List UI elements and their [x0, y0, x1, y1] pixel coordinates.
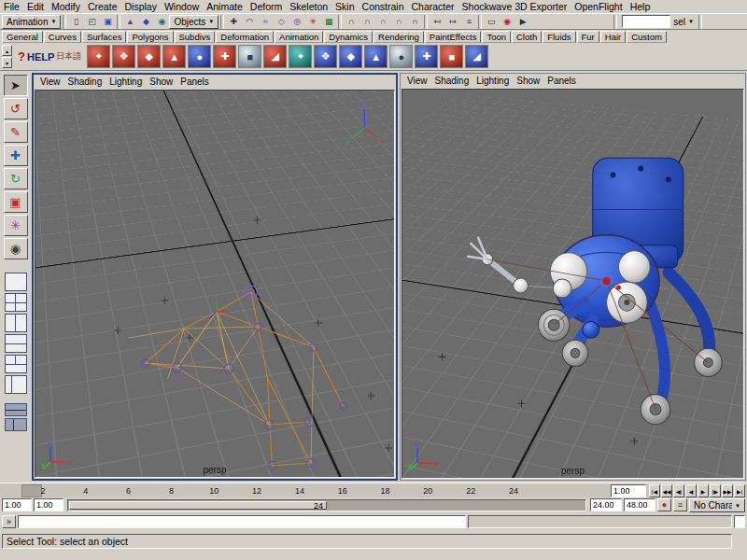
animation-end-field[interactable]: [624, 498, 655, 511]
menu-item[interactable]: Display: [120, 1, 160, 13]
select-joints-icon[interactable]: ◠: [242, 15, 257, 29]
shelf-tab[interactable]: Surfaces: [82, 31, 127, 43]
step-forward-frame-button[interactable]: ▶▶: [722, 484, 733, 497]
menu-item[interactable]: OpenFlight: [571, 1, 626, 13]
panel-menu-item[interactable]: Shading: [64, 77, 106, 87]
menu-item[interactable]: Skin: [331, 1, 358, 13]
auto-key-button[interactable]: ●: [657, 498, 671, 511]
shelf-item-2[interactable]: ❖: [112, 45, 135, 68]
shelf-tab[interactable]: Cloth: [512, 31, 542, 43]
shelf-tab[interactable]: Deformation: [216, 31, 274, 43]
menu-item[interactable]: Modify: [48, 1, 84, 13]
menu-item[interactable]: Create: [84, 1, 121, 13]
panel-menu-item[interactable]: Panels: [176, 77, 213, 87]
shelf-tab[interactable]: Subdivs: [175, 31, 216, 43]
panel-menu-item[interactable]: Panels: [543, 76, 580, 86]
step-back-frame-button[interactable]: ◀◀: [661, 484, 672, 497]
range-slider-track[interactable]: 24: [67, 499, 586, 511]
shelf-tab[interactable]: Rendering: [374, 31, 424, 43]
snap-to-grid-icon[interactable]: ∩: [344, 15, 359, 29]
menu-item[interactable]: File: [0, 1, 23, 13]
scale-tool[interactable]: ▣: [4, 191, 28, 213]
shelf-tab[interactable]: General: [2, 31, 43, 43]
menu-item[interactable]: Window: [161, 1, 203, 13]
menu-item[interactable]: Help: [627, 1, 655, 13]
shelf-item-8[interactable]: ◢: [263, 45, 287, 68]
select-curves-icon[interactable]: ≈: [258, 15, 273, 29]
snap-to-point-icon[interactable]: ∩: [375, 15, 390, 29]
playback-start-field[interactable]: [34, 498, 63, 511]
shelf-tab[interactable]: Curves: [44, 31, 81, 43]
ipr-render-icon[interactable]: ◉: [500, 15, 514, 29]
current-time-field[interactable]: [611, 484, 646, 497]
animation-preferences-button[interactable]: ≡: [673, 498, 687, 511]
play-forward-button[interactable]: ▶: [698, 484, 709, 497]
panel-menu-item[interactable]: Shading: [431, 76, 473, 86]
select-rendering-icon[interactable]: ▦: [321, 15, 336, 29]
script-editor-button[interactable]: [734, 515, 745, 528]
menu-item[interactable]: Animate: [203, 1, 247, 13]
rotate-tool[interactable]: ↻: [4, 168, 28, 189]
output-connections-icon[interactable]: ↦: [445, 15, 460, 29]
shelf-tab[interactable]: Custom: [627, 31, 667, 43]
render-globals-icon[interactable]: ▶: [515, 15, 530, 29]
time-slider[interactable]: 24681012141618202224 |◀◀◀◀|◀▶|▶▶▶▶|: [0, 483, 747, 497]
shelf-tab[interactable]: Fluids: [543, 31, 575, 43]
select-object-icon[interactable]: ◆: [138, 15, 153, 29]
viewport-left[interactable]: z x y z x y persp: [35, 90, 395, 478]
select-component-icon[interactable]: ◉: [154, 15, 169, 29]
shelf-tab[interactable]: PaintEffects: [425, 31, 482, 43]
shelf-item-3[interactable]: ◆: [137, 45, 161, 68]
construction-history-icon[interactable]: ≡: [461, 15, 476, 29]
show-manipulator-tool[interactable]: ✳: [4, 215, 28, 236]
step-forward-key-button[interactable]: |▶: [710, 484, 721, 497]
shelf-item-6[interactable]: ✚: [213, 45, 236, 68]
last-tool[interactable]: ◉: [4, 238, 28, 259]
shelf-item-16[interactable]: ◢: [465, 45, 488, 68]
panel-menu-item[interactable]: Show: [146, 77, 176, 87]
shelf-item-5[interactable]: ●: [188, 45, 211, 68]
select-hierarchy-icon[interactable]: ▲: [122, 15, 137, 29]
panel-menu-item[interactable]: View: [403, 76, 431, 86]
selection-mask-dropdown[interactable]: Objects ▼: [169, 15, 218, 29]
lasso-select-tool[interactable]: ↺: [4, 98, 28, 119]
snap-to-live-icon[interactable]: ∩: [407, 15, 422, 29]
render-current-frame-icon[interactable]: ▭: [484, 15, 499, 29]
select-surfaces-icon[interactable]: ◇: [274, 15, 289, 29]
chevron-down-icon[interactable]: ▼: [688, 19, 694, 24]
go-to-end-button[interactable]: ▶|: [734, 484, 745, 497]
shelf-item-1[interactable]: ✦: [87, 45, 110, 68]
shelf-tab[interactable]: Animation: [275, 31, 323, 43]
layout-single-pane-button[interactable]: [5, 273, 27, 291]
menu-set-dropdown[interactable]: Animation ▼: [2, 15, 61, 29]
command-line-icon[interactable]: »: [2, 515, 16, 528]
menu-item[interactable]: Character: [408, 1, 458, 13]
snap-to-curve-icon[interactable]: ∩: [359, 15, 374, 29]
select-deformations-icon[interactable]: ◎: [289, 15, 304, 29]
panel-menu-item[interactable]: Lighting: [472, 76, 513, 86]
menu-item[interactable]: Edit: [23, 1, 48, 13]
shelf-item-14[interactable]: ✚: [415, 45, 438, 68]
select-tool[interactable]: ➤: [4, 75, 28, 96]
menu-item[interactable]: Deform: [247, 1, 286, 13]
layout-two-pane-side-button[interactable]: [5, 314, 27, 332]
shelf-item-12[interactable]: ▲: [364, 45, 388, 68]
layout-two-pane-stacked-button[interactable]: [5, 334, 27, 353]
layout-hypergraph-button[interactable]: [5, 403, 27, 416]
shelf-item-7[interactable]: ■: [238, 45, 261, 68]
shelf-item-13[interactable]: ●: [389, 45, 413, 68]
layout-outliner-pane-button[interactable]: [5, 375, 27, 394]
shelf-item-10[interactable]: ❖: [314, 45, 337, 68]
shelf-tab[interactable]: Toon: [482, 31, 511, 43]
menu-item[interactable]: Constrain: [359, 1, 408, 13]
quick-select-input[interactable]: [622, 15, 670, 28]
menu-item[interactable]: Shockwave 3D Exporter: [458, 1, 571, 13]
shelf-menu-icon[interactable]: ▾: [2, 57, 12, 68]
select-handles-icon[interactable]: ✚: [226, 15, 241, 29]
new-scene-icon[interactable]: ▯: [68, 15, 83, 29]
shelf-tab[interactable]: Polygons: [127, 31, 173, 43]
command-line-input[interactable]: [18, 515, 466, 528]
shelf-tab[interactable]: Hair: [600, 31, 626, 43]
viewport-right[interactable]: z x y persp: [402, 89, 744, 479]
character-set-dropdown[interactable]: No Character Se ▼: [689, 498, 745, 512]
